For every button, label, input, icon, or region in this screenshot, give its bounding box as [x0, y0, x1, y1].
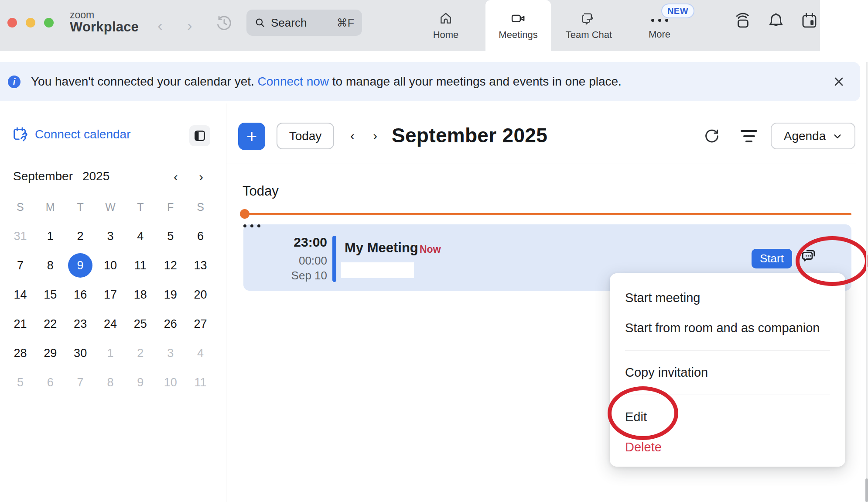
day-cell[interactable]: 27	[185, 311, 215, 337]
meeting-date: Sep 10	[270, 269, 327, 282]
team-chat-icon	[581, 11, 597, 26]
day-cell[interactable]: 11	[185, 370, 215, 395]
day-cell-selected[interactable]: 9	[65, 253, 96, 278]
mini-calendar-prev-button[interactable]: ‹	[168, 169, 184, 185]
prev-period-button[interactable]: ‹	[344, 127, 361, 145]
refresh-button[interactable]	[703, 127, 721, 147]
page-title: September 2025	[392, 124, 547, 147]
tab-home-label: Home	[433, 29, 459, 41]
meeting-more-button[interactable]	[243, 224, 851, 227]
banner-text-after: to manage all your meetings and events i…	[329, 75, 622, 88]
connect-now-link[interactable]: Connect now	[258, 75, 329, 88]
new-badge: NEW	[661, 3, 694, 18]
day-cell[interactable]: 22	[35, 311, 65, 337]
search-shortcut: ⌘F	[337, 17, 354, 29]
day-header: S	[185, 194, 215, 220]
now-indicator-line	[244, 213, 851, 215]
day-cell[interactable]: 17	[96, 282, 126, 307]
bell-icon[interactable]	[767, 11, 785, 31]
tab-meetings[interactable]: Meetings	[485, 0, 551, 51]
day-cell[interactable]: 29	[35, 340, 65, 366]
tab-team-chat[interactable]: Team Chat	[556, 0, 622, 51]
day-cell[interactable]: 14	[5, 282, 35, 307]
chat-bubble-icon	[800, 247, 817, 265]
history-icon[interactable]	[215, 13, 234, 34]
day-cell[interactable]: 3	[155, 340, 185, 366]
meeting-start-time: 23:00	[270, 235, 327, 250]
view-select[interactable]: Agenda	[771, 123, 855, 149]
chat-button[interactable]	[800, 247, 817, 266]
day-cell[interactable]: 23	[65, 311, 96, 337]
day-cell[interactable]: 1	[35, 223, 65, 249]
back-icon[interactable]: ‹	[154, 16, 167, 35]
menu-item-delete[interactable]: Delete	[610, 432, 845, 462]
menu-item-copy-invitation[interactable]: Copy invitation	[610, 358, 845, 388]
day-cell[interactable]: 31	[5, 223, 35, 249]
workplace-logo: Workplace	[70, 19, 139, 35]
close-icon[interactable]	[830, 73, 847, 90]
connect-calendar-icon	[11, 126, 29, 143]
meeting-id-redacted	[341, 262, 414, 278]
day-cell[interactable]: 5	[155, 223, 185, 249]
day-cell[interactable]: 9	[125, 370, 155, 395]
menu-item-edit[interactable]: Edit	[610, 402, 845, 432]
day-cell[interactable]: 7	[65, 370, 96, 395]
mini-calendar-month: September	[13, 169, 73, 183]
day-cell[interactable]: 12	[155, 253, 185, 278]
day-cell[interactable]: 30	[65, 340, 96, 366]
connect-calendar-button[interactable]: Connect calendar	[11, 126, 130, 143]
tab-more-label: More	[649, 29, 670, 40]
day-cell[interactable]: 15	[35, 282, 65, 307]
filter-icon	[741, 130, 757, 132]
day-cell[interactable]: 18	[125, 282, 155, 307]
menu-item-start-meeting[interactable]: Start meeting	[610, 283, 845, 313]
search-input[interactable]: Search ⌘F	[246, 10, 362, 36]
day-cell[interactable]: 25	[125, 311, 155, 337]
day-cell[interactable]: 20	[185, 282, 215, 307]
chevron-down-icon	[833, 131, 842, 141]
close-window-button[interactable]	[7, 18, 17, 28]
next-period-button[interactable]: ›	[366, 127, 384, 145]
minimize-window-button[interactable]	[26, 18, 35, 28]
day-cell[interactable]: 7	[5, 253, 35, 278]
panel-toggle-button[interactable]	[189, 125, 210, 146]
day-cell[interactable]: 21	[5, 311, 35, 337]
scrollbar-track[interactable]	[866, 62, 868, 502]
rooms-icon[interactable]	[734, 11, 752, 31]
day-cell[interactable]: 3	[96, 223, 126, 249]
day-cell[interactable]: 8	[35, 253, 65, 278]
forward-icon[interactable]: ›	[183, 16, 196, 35]
day-cell[interactable]: 28	[5, 340, 35, 366]
day-cell[interactable]: 10	[96, 253, 126, 278]
day-cell[interactable]: 11	[125, 253, 155, 278]
day-cell[interactable]: 24	[96, 311, 126, 337]
menu-item-start-from-room-and-as-companion[interactable]: Start from room and as companion	[610, 313, 845, 343]
tab-home[interactable]: Home	[413, 0, 478, 51]
day-cell[interactable]: 2	[65, 223, 96, 249]
day-cell[interactable]: 6	[35, 370, 65, 395]
day-cell[interactable]: 6	[185, 223, 215, 249]
filter-button[interactable]	[741, 130, 757, 142]
add-meeting-button[interactable]: +	[238, 123, 265, 150]
day-cell[interactable]: 4	[185, 340, 215, 366]
start-meeting-button[interactable]: Start	[752, 249, 792, 268]
banner-text-before: You haven't connected your calendar yet.	[31, 75, 258, 88]
day-cell[interactable]: 19	[155, 282, 185, 307]
day-cell[interactable]: 8	[96, 370, 126, 395]
day-header: F	[155, 194, 185, 220]
today-button[interactable]: Today	[277, 123, 334, 149]
day-cell[interactable]: 26	[155, 311, 185, 337]
day-cell[interactable]: 1	[96, 340, 126, 366]
day-cell[interactable]: 13	[185, 253, 215, 278]
connect-calendar-banner: i You haven't connected your calendar ye…	[0, 62, 860, 101]
mini-calendar-next-button[interactable]: ›	[193, 169, 209, 185]
day-cell[interactable]: 10	[155, 370, 185, 395]
mini-calendar-grid: SMTWTFS311234567891011121314151617181920…	[5, 194, 215, 395]
day-cell[interactable]: 2	[125, 340, 155, 366]
day-cell[interactable]: 5	[5, 370, 35, 395]
scrollbar-thumb[interactable]	[865, 478, 868, 502]
zoom-window-button[interactable]	[44, 18, 54, 28]
day-cell[interactable]: 4	[125, 223, 155, 249]
calendar-icon[interactable]	[800, 11, 818, 31]
day-cell[interactable]: 16	[65, 282, 96, 307]
